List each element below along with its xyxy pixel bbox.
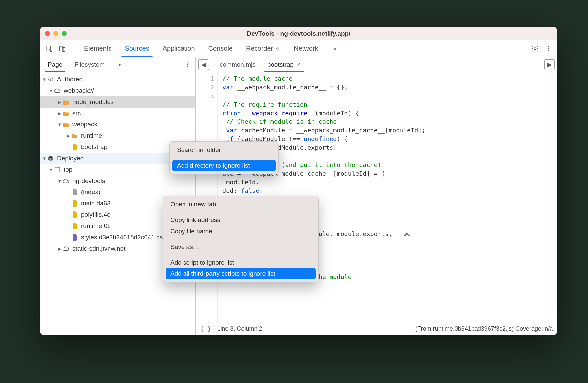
minimize-window-button[interactable]	[53, 31, 58, 36]
code-icon	[47, 76, 54, 83]
more-tabs-button[interactable]: »	[325, 40, 345, 57]
tab-application[interactable]: Application	[156, 40, 202, 57]
editor-tab-bootstrap[interactable]: bootstrap ×	[261, 57, 307, 72]
tab-label: common.mjs	[220, 61, 256, 68]
zoom-window-button[interactable]	[62, 31, 67, 36]
ctx-save-as[interactable]: Save as…	[166, 241, 316, 253]
tree-item-runtime-folder[interactable]: ▶ runtime	[40, 130, 195, 141]
tab-label: Filesystem	[74, 61, 105, 68]
cloud-icon	[62, 177, 70, 185]
file-icon	[71, 222, 78, 230]
tree-label: bootstrap	[81, 143, 107, 151]
file-icon	[71, 211, 78, 218]
separator	[167, 255, 314, 255]
svg-point-4	[548, 46, 549, 47]
ctx-copy-link-address[interactable]: Copy link address	[166, 214, 316, 226]
chevron-down-icon: ▼	[57, 179, 62, 184]
separator	[167, 212, 314, 212]
editor-status-bar: { } Line 8, Column 2 (From runtime.0b841…	[196, 322, 557, 335]
tree-label: styles.d3e2b24618d2c641.css	[81, 234, 166, 241]
tree-label: Deployed	[57, 155, 84, 162]
ctx-open-new-tab[interactable]: Open in new tab	[166, 199, 316, 210]
ctx-copy-file-name[interactable]: Copy file name	[166, 226, 316, 237]
file-icon	[71, 200, 78, 207]
tree-item-webpack-folder[interactable]: ▼ webpack	[40, 119, 195, 130]
tab-label: Page	[48, 61, 62, 68]
editor-tab-common-mjs[interactable]: common.mjs	[214, 57, 261, 72]
tab-label: Network	[294, 45, 318, 52]
ctx-add-directory-ignore[interactable]: Add directory to ignore list	[172, 160, 276, 171]
tree-item-ng-devtools[interactable]: ▼ ng-devtools.	[40, 175, 195, 187]
main-toolbar: Elements Sources Application Console Rec…	[40, 40, 557, 57]
svg-rect-1	[60, 46, 63, 51]
tree-label: node_modules	[72, 98, 114, 106]
tree-label: webpack	[72, 121, 97, 128]
close-window-button[interactable]	[45, 31, 50, 36]
folder-context-menu: Search in folder Add directory to ignore…	[169, 141, 279, 174]
device-toolbar-icon[interactable]	[56, 43, 68, 55]
tree-label: Authored	[57, 76, 83, 83]
tree-label: src	[72, 110, 81, 117]
tree-label: main.da63	[81, 200, 110, 207]
chevron-right-icon: ▶	[57, 100, 62, 105]
sidebar-kebab-icon[interactable]	[182, 59, 193, 71]
tab-elements[interactable]: Elements	[77, 40, 118, 57]
tree-label: webpack://	[64, 87, 94, 94]
chevron-down-icon: ▼	[48, 167, 54, 172]
tree-label: top	[64, 166, 72, 173]
folder-icon	[62, 98, 70, 106]
ctx-add-all-third-party-ignore[interactable]: Add all third-party scripts to ignore li…	[166, 268, 316, 279]
tab-label: Console	[208, 45, 233, 52]
file-context-menu: Open in new tab Copy link address Copy f…	[163, 196, 319, 282]
tree-item-webpack-scheme[interactable]: ▼ webpack://	[40, 85, 195, 96]
ctx-search-in-folder[interactable]: Search in folder	[172, 144, 276, 156]
tree-item-src[interactable]: ▶ src	[40, 108, 195, 119]
svg-rect-2	[62, 47, 65, 51]
tree-label: runtime	[81, 132, 102, 139]
nav-forward-button[interactable]: ▶	[544, 59, 555, 70]
tab-console[interactable]: Console	[202, 40, 239, 57]
chevron-right-icon: ▶	[57, 111, 62, 116]
separator	[174, 158, 274, 158]
close-tab-icon[interactable]: ×	[297, 61, 301, 68]
source-origin-link[interactable]: runtime.0b841bad3967f3c2.js	[433, 325, 512, 332]
svg-point-5	[548, 48, 549, 49]
tab-label: Elements	[84, 45, 111, 52]
tab-label: bootstrap	[267, 61, 294, 68]
package-icon	[47, 155, 54, 162]
sidebar-more-tabs[interactable]: »	[110, 57, 130, 72]
svg-point-9	[187, 66, 188, 67]
cursor-position: Line 8, Column 2	[217, 325, 262, 332]
sidebar-tab-filesystem[interactable]: Filesystem	[68, 57, 110, 72]
tree-item-node-modules[interactable]: ▶ node_modules	[40, 96, 195, 108]
tree-group-authored[interactable]: ▼ Authored	[40, 74, 195, 85]
chevron-double-right-icon: »	[331, 45, 339, 52]
tab-recorder[interactable]: Recorder	[239, 40, 287, 57]
settings-gear-icon[interactable]	[529, 43, 541, 55]
chevron-down-icon: ▼	[42, 77, 47, 82]
ctx-add-script-ignore[interactable]: Add script to ignore list	[166, 257, 316, 268]
kebab-menu-icon[interactable]	[542, 43, 554, 55]
tab-label: Sources	[125, 45, 149, 52]
devtools-window: DevTools - ng-devtools.netlify.app/ Elem…	[40, 27, 557, 335]
chevron-down-icon: ▼	[42, 156, 47, 161]
braces-icon[interactable]: { }	[200, 325, 211, 332]
inspect-element-icon[interactable]	[43, 43, 55, 55]
sidebar-tabs: Page Filesystem »	[40, 57, 195, 72]
tab-sources[interactable]: Sources	[118, 40, 156, 57]
nav-back-button[interactable]: ◀	[198, 59, 209, 70]
sidebar-tab-page[interactable]: Page	[42, 57, 68, 72]
window-controls	[45, 31, 67, 36]
tab-network[interactable]: Network	[287, 40, 325, 57]
tree-label: runtime.0b	[81, 222, 111, 230]
chevron-down-icon: ▼	[57, 122, 62, 127]
svg-rect-10	[55, 167, 60, 172]
svg-point-7	[187, 62, 188, 63]
svg-point-8	[187, 64, 188, 65]
file-icon	[71, 234, 78, 241]
folder-open-icon	[62, 121, 70, 128]
svg-point-3	[534, 48, 536, 50]
folder-icon	[71, 132, 78, 139]
triangle-right-icon: ▶	[547, 61, 552, 68]
tab-label: Recorder	[246, 45, 273, 52]
